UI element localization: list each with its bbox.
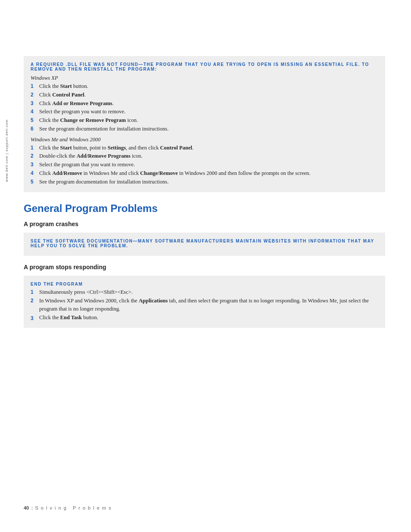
- see-software-title: See the software documentation—Many soft…: [31, 239, 378, 248]
- section-heading: General Program Problems: [24, 202, 385, 215]
- list-item: 3Click Add or Remove Programs.: [31, 100, 378, 108]
- side-text-label: www.dell.com | support.dell.com: [5, 119, 9, 182]
- end-program-title: End the program: [31, 282, 378, 286]
- page-footer: 40 | S o l v i n g P r o b l e m s: [24, 505, 385, 510]
- list-item: 2In Windows XP and Windows 2000, click t…: [31, 297, 378, 313]
- stops-responding-heading: A program stops responding: [24, 264, 385, 271]
- crashes-heading: A program crashes: [24, 221, 385, 227]
- list-item: 1Simultaneously press <Ctrl><Shift><Esc>…: [31, 288, 378, 296]
- side-text-bar: www.dell.com | support.dell.com: [0, 86, 13, 215]
- list-item: 4Click Add/Remove in Windows Me and clic…: [31, 169, 378, 177]
- end-program-steps-list: 1Simultaneously press <Ctrl><Shift><Esc>…: [31, 288, 378, 321]
- footer-divider: |: [31, 505, 32, 510]
- main-content: A required .DLL file was not found—The p…: [24, 0, 385, 328]
- page-number: 40: [24, 505, 29, 510]
- list-item: 3Select the program that you want to rem…: [31, 161, 378, 169]
- list-item: 1Click the Start button.: [31, 82, 378, 90]
- end-program-box: End the program 1Simultaneously press <C…: [24, 276, 385, 328]
- windows-xp-steps-list: 1Click the Start button. 2Click Control …: [31, 82, 378, 133]
- list-item: 5Click the Change or Remove Program icon…: [31, 116, 378, 124]
- list-item: 6See the program documentation for insta…: [31, 125, 378, 133]
- dll-required-box: A required .DLL file was not found—The p…: [24, 56, 385, 192]
- page-container: www.dell.com | support.dell.com A requir…: [0, 0, 411, 532]
- windows-xp-label: Windows XP: [31, 75, 378, 81]
- list-item: 2Click Control Panel.: [31, 91, 378, 99]
- list-item: 1Click the Start button, point to Settin…: [31, 144, 378, 152]
- windows-me-label: Windows Me and Windows 2000: [31, 137, 378, 143]
- list-item: 4Select the program you want to remove.: [31, 108, 378, 116]
- list-item: 5See the program documentation for insta…: [31, 178, 378, 186]
- footer-section: S o l v i n g P r o b l e m s: [35, 505, 112, 510]
- dll-box-title: A required .DLL file was not found—The p…: [31, 62, 378, 72]
- see-software-box: See the software documentation—Many soft…: [24, 233, 385, 256]
- list-item: 3Click the End Task button.: [31, 314, 378, 322]
- list-item: 2Double-click the Add/Remove Programs ic…: [31, 152, 378, 160]
- windows-me-steps-list: 1Click the Start button, point to Settin…: [31, 144, 378, 186]
